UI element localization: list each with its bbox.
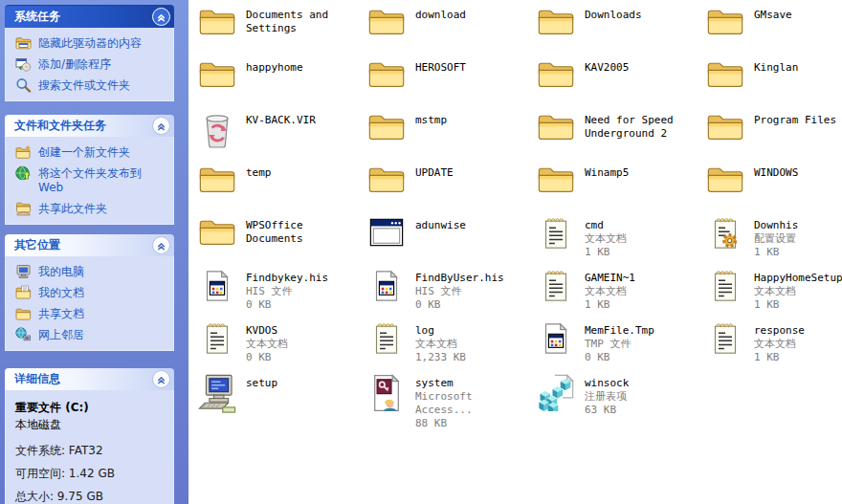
sidebar-item-hide-drive-contents[interactable]: 隐藏此驱动器的内容 <box>15 36 169 51</box>
file-item[interactable]: cmd文本文档1 KB <box>535 215 704 268</box>
file-meta: Winamp5 <box>585 163 704 180</box>
file-name: KAV2005 <box>585 61 704 75</box>
file-meta: KVDOS文本文档0 KB <box>246 320 366 364</box>
file-meta: HappyHomeSetup文本文档1 KB <box>754 268 842 312</box>
file-item[interactable]: happyhome <box>196 57 366 110</box>
chevron-up-icon[interactable] <box>152 370 170 388</box>
file-item[interactable]: GMsave <box>704 5 842 57</box>
file-item[interactable]: log文本文档1,233 KB <box>366 320 535 373</box>
file-name: download <box>415 9 535 22</box>
file-name: system <box>415 377 535 390</box>
text-doc-icon <box>535 268 577 314</box>
file-item[interactable]: HEROSOFT <box>366 57 535 110</box>
file-item[interactable]: FindByUser.hisHIS 文件0 KB <box>366 268 535 320</box>
file-type: 文本文档 <box>754 338 842 351</box>
file-item[interactable]: Downhis配置设置1 KB <box>704 215 842 268</box>
sidebar-item-my-computer[interactable]: 我的电脑 <box>15 265 169 279</box>
folder-icon <box>366 110 408 156</box>
file-name: Downhis <box>754 219 842 232</box>
panel-body-details: 重要文件 (C:)本地磁盘文件系统: FAT32可用空间: 1.42 GB总大小… <box>5 390 174 504</box>
panel-header-system-tasks[interactable]: 系统任务 <box>5 5 174 28</box>
file-item[interactable]: KV-BACK.VIR <box>196 110 366 163</box>
file-type: 文本文档 <box>754 285 842 298</box>
file-item[interactable]: winsock注册表项63 KB <box>535 373 704 426</box>
file-item[interactable]: GAMEIN~1文本文档1 KB <box>535 268 704 320</box>
recycle-bin-icon <box>196 110 238 156</box>
file-meta: systemMicrosoft Access...88 KB <box>415 373 535 430</box>
file-meta: UPDATE <box>415 163 535 180</box>
sidebar-item-new-folder[interactable]: 创建一个新文件夹 <box>15 145 169 160</box>
sidebar-item-share-folder[interactable]: 共享此文件夹 <box>15 202 169 216</box>
file-name: UPDATE <box>415 166 535 180</box>
file-name: MemFile.Tmp <box>585 324 704 338</box>
file-item[interactable]: Need for Speed Underground 2 <box>535 110 704 163</box>
file-name: FindByUser.his <box>415 272 535 285</box>
sidebar-item-shared-documents[interactable]: 共享文档 <box>15 307 169 321</box>
file-item[interactable]: download <box>366 5 535 57</box>
network-places-icon <box>15 327 33 342</box>
panel-header-file-folder-tasks[interactable]: 文件和文件夹任务 <box>5 115 174 137</box>
my-computer-icon <box>15 264 33 279</box>
file-item[interactable]: UPDATE <box>366 163 535 215</box>
file-name: Need for Speed Underground 2 <box>585 114 704 141</box>
file-meta: GAMEIN~1文本文档1 KB <box>585 268 704 312</box>
drive-detail-row: 可用空间: 1.42 GB <box>15 466 167 482</box>
file-meta: response文本文档1 KB <box>754 320 842 364</box>
folder-icon <box>196 215 238 261</box>
file-item[interactable]: MemFile.TmpTMP 文件0 KB <box>535 320 704 373</box>
sidebar-item-my-documents[interactable]: 我的文档 <box>15 286 169 300</box>
panel-header-other-places[interactable]: 其它位置 <box>5 234 174 256</box>
file-meta: Downhis配置设置1 KB <box>754 215 842 259</box>
file-item[interactable]: KVDOS文本文档0 KB <box>196 320 366 373</box>
file-meta: Downloads <box>585 5 704 22</box>
folder-icon <box>535 57 577 103</box>
sidebar-item-label: 我的电脑 <box>38 265 84 279</box>
chevron-up-icon[interactable] <box>152 117 170 135</box>
my-documents-icon <box>15 285 33 300</box>
file-item[interactable]: WINDOWS <box>704 163 842 215</box>
folder-icon <box>704 57 746 103</box>
file-item[interactable]: Kinglan <box>704 57 842 110</box>
file-item[interactable]: systemMicrosoft Access...88 KB <box>366 373 535 426</box>
file-item[interactable]: WPSOffice Documents <box>196 215 366 268</box>
sidebar-item-publish-to-web[interactable]: 将这个文件夹发布到 Web <box>15 166 169 195</box>
file-meta: WPSOffice Documents <box>246 215 366 246</box>
file-name: KVDOS <box>246 324 366 338</box>
file-item[interactable]: response文本文档1 KB <box>704 320 842 373</box>
file-meta: log文本文档1,233 KB <box>415 320 535 364</box>
chevron-up-icon[interactable] <box>152 236 170 254</box>
file-type: TMP 文件 <box>585 338 704 351</box>
hide-drive-icon <box>15 35 33 51</box>
file-item[interactable]: setup <box>196 373 366 426</box>
chevron-up-icon[interactable] <box>152 8 170 26</box>
sidebar-item-label: 我的文档 <box>38 286 84 300</box>
file-size: 1 KB <box>754 298 842 312</box>
sidebar-item-search-files[interactable]: 搜索文件或文件夹 <box>15 78 169 93</box>
file-item[interactable]: Winamp5 <box>535 163 704 215</box>
panel-header-details[interactable]: 详细信息 <box>5 368 174 390</box>
file-name: GMsave <box>754 9 842 22</box>
file-type: 文本文档 <box>585 232 704 246</box>
folder-icon <box>704 110 746 156</box>
folder-icon <box>196 57 238 103</box>
file-size: 1 KB <box>754 246 842 259</box>
file-item[interactable]: mstmp <box>366 110 535 163</box>
file-item[interactable]: adunwise <box>366 215 535 268</box>
file-item[interactable]: temp <box>196 163 366 215</box>
file-item[interactable]: Findbykey.hisHIS 文件0 KB <box>196 268 366 320</box>
file-item[interactable]: Program Files <box>704 110 842 163</box>
file-meta: Kinglan <box>754 57 842 75</box>
file-size: 88 KB <box>415 417 535 430</box>
drive-detail-row: 总大小: 9.75 GB <box>15 489 167 504</box>
sidebar-item-add-remove-programs[interactable]: 添加/删除程序 <box>15 57 169 72</box>
file-type: 文本文档 <box>246 338 366 351</box>
sidebar-item-network-places[interactable]: 网上邻居 <box>15 328 169 342</box>
file-item[interactable]: KAV2005 <box>535 57 704 110</box>
task-panel-details: 详细信息重要文件 (C:)本地磁盘文件系统: FAT32可用空间: 1.42 G… <box>5 368 174 504</box>
file-item[interactable]: Downloads <box>535 5 704 57</box>
text-doc-icon <box>704 268 746 314</box>
file-size: 0 KB <box>585 351 704 364</box>
file-item[interactable]: HappyHomeSetup文本文档1 KB <box>704 268 842 320</box>
file-item[interactable]: Documents and Settings <box>196 5 366 57</box>
sidebar-item-label: 网上邻居 <box>38 328 84 342</box>
